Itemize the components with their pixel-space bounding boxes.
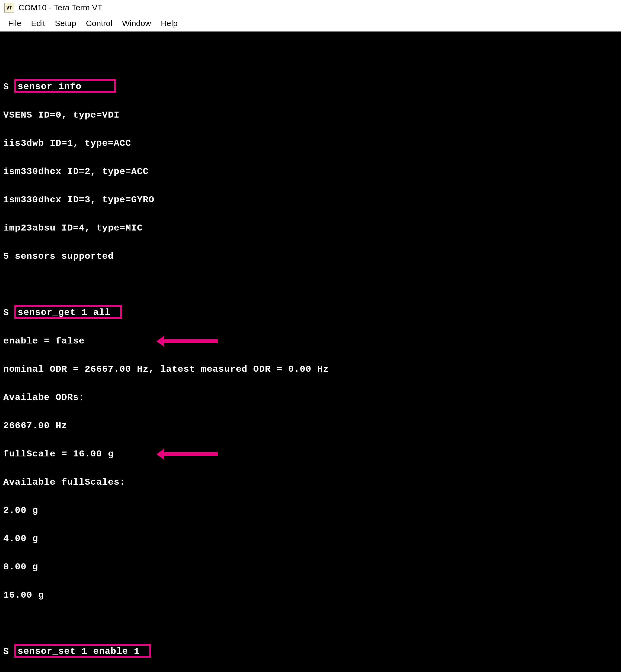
terminal-line: VSENS ID=0, type=VDI	[3, 108, 618, 122]
prompt: $	[3, 82, 9, 92]
terminal-line	[3, 277, 618, 292]
terminal-line: iis3dwb ID=1, type=ACC	[3, 136, 618, 150]
terminal-line: 4.00 g	[3, 532, 618, 546]
terminal-line: imp23absu ID=4, type=MIC	[3, 221, 618, 235]
menu-bar: File Edit Setup Control Window Help	[0, 15, 621, 32]
terminal-line	[3, 52, 618, 66]
prompt: $	[3, 308, 9, 318]
command-text: sensor_set 1 enable 1	[18, 646, 140, 657]
arrow-left-icon	[164, 452, 218, 456]
terminal[interactable]: $ sensor_info VSENS ID=0, type=VDI iis3d…	[0, 32, 621, 672]
command-text: sensor_get 1 all	[18, 307, 111, 318]
terminal-line: 8.00 g	[3, 560, 618, 574]
prompt: $	[3, 646, 9, 657]
terminal-line: $ sensor_info	[3, 80, 618, 94]
terminal-line: enable = false	[3, 334, 618, 348]
terminal-line: Availabe ODRs:	[3, 391, 618, 405]
menu-window[interactable]: Window	[122, 19, 151, 28]
command-text: sensor_info	[18, 82, 82, 92]
menu-file[interactable]: File	[8, 19, 21, 28]
terminal-line: $ sensor_set 1 enable 1	[3, 644, 618, 659]
output-text: enable = false	[3, 336, 85, 346]
terminal-line: Available fullScales:	[3, 475, 618, 489]
terminal-line: 2.00 g	[3, 503, 618, 518]
app-icon: VT	[4, 3, 14, 12]
title-bar: VT COM10 - Tera Term VT	[0, 0, 621, 15]
terminal-line: ism330dhcx ID=2, type=ACC	[3, 165, 618, 179]
menu-setup[interactable]: Setup	[55, 19, 76, 28]
terminal-line: nominal ODR = 26667.00 Hz, latest measur…	[3, 362, 618, 376]
highlight-box: sensor_get 1 all	[14, 305, 122, 319]
menu-control[interactable]: Control	[86, 19, 112, 28]
terminal-line: 16.00 g	[3, 588, 618, 602]
menu-help[interactable]: Help	[161, 19, 178, 28]
window-title: COM10 - Tera Term VT	[18, 3, 102, 12]
terminal-line: 5 sensors supported	[3, 249, 618, 263]
menu-edit[interactable]: Edit	[31, 19, 45, 28]
terminal-line	[3, 616, 618, 630]
terminal-line: 26667.00 Hz	[3, 419, 618, 433]
highlight-box: sensor_info	[14, 79, 116, 93]
highlight-box: sensor_set 1 enable 1	[14, 644, 151, 658]
terminal-line: fullScale = 16.00 g	[3, 447, 618, 461]
arrow-left-icon	[164, 340, 218, 343]
terminal-line: $ sensor_get 1 all	[3, 306, 618, 320]
terminal-line: ism330dhcx ID=3, type=GYRO	[3, 193, 618, 207]
output-text: fullScale = 16.00 g	[3, 449, 114, 459]
